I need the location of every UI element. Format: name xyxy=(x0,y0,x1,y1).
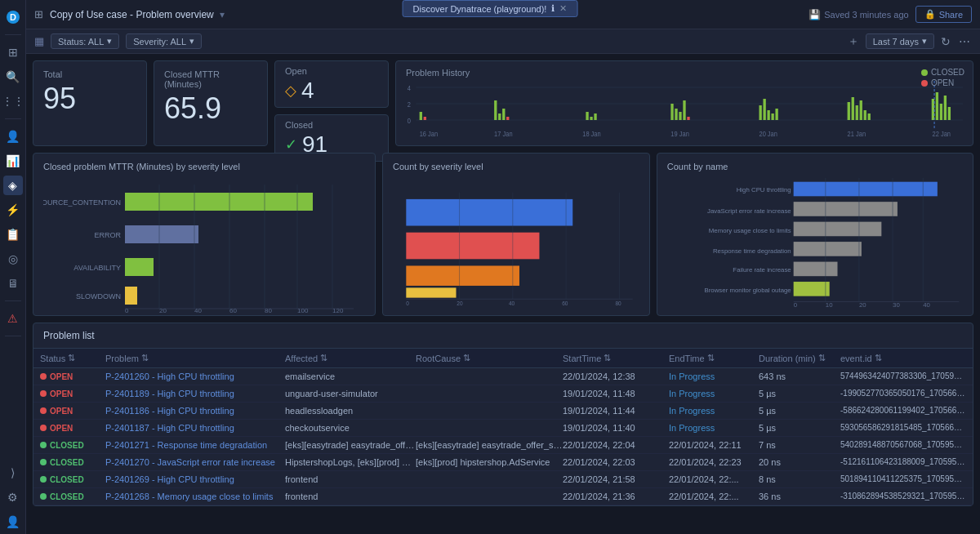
share-button[interactable]: 🔒 Share xyxy=(915,6,972,23)
open-dot-icon xyxy=(40,373,47,380)
open-value-container: ◇ 4 xyxy=(285,79,378,102)
sidebar-icon-topology[interactable]: ◎ xyxy=(3,249,23,269)
cell-problem[interactable]: P-2401187 - High CPU throttling xyxy=(105,423,285,433)
filter-funnel-icon[interactable]: ▦ xyxy=(34,35,44,47)
svg-rect-30 xyxy=(860,100,862,120)
cell-rootcause xyxy=(416,389,563,398)
svg-text:D: D xyxy=(10,12,16,22)
svg-rect-19 xyxy=(679,112,681,120)
svg-text:RESOURCE_CONTENTION: RESOURCE_CONTENTION xyxy=(43,198,121,207)
svg-text:0: 0 xyxy=(408,117,412,125)
col-rootcause[interactable]: RootCause ⇅ xyxy=(416,353,563,363)
cell-rootcause: [eks][prod] hipstershop.AdService xyxy=(416,457,563,467)
closed-label: Closed xyxy=(285,120,378,130)
col-starttime[interactable]: StartTime ⇅ xyxy=(563,353,669,363)
svg-text:Browser monitor global outage: Browser monitor global outage xyxy=(704,287,791,294)
col-eventid[interactable]: event.id ⇅ xyxy=(840,353,966,363)
svg-rect-12 xyxy=(502,109,505,120)
table-row[interactable]: CLOSED P-2401271 - Response time degrada… xyxy=(33,437,973,454)
add-tile-button[interactable]: ＋ xyxy=(846,33,861,51)
svg-rect-26 xyxy=(775,109,777,120)
svg-rect-33 xyxy=(932,99,934,120)
cell-status: OPEN xyxy=(40,406,105,416)
sidebar-icon-logo[interactable]: D xyxy=(3,7,23,27)
table-row[interactable]: OPEN P-2401186 - High CPU throttling hea… xyxy=(33,403,973,420)
sidebar-icon-list[interactable]: 📋 xyxy=(3,225,23,244)
cell-endtime: In Progress xyxy=(669,389,759,398)
cell-problem[interactable]: P-2401260 - High CPU throttling xyxy=(105,372,285,381)
col-affected[interactable]: Affected ⇅ xyxy=(285,353,416,363)
status-filter-button[interactable]: Status: ALL ▾ xyxy=(51,33,119,49)
cell-problem[interactable]: P-2401269 - High CPU throttling xyxy=(105,474,285,484)
sidebar-icon-apps[interactable]: ⋮⋮ xyxy=(3,91,23,111)
cell-duration: 36 ns xyxy=(759,492,840,501)
cell-problem[interactable]: P-2401271 - Response time degradation xyxy=(105,440,285,450)
cell-rootcause xyxy=(416,474,563,484)
status-badge: CLOSED xyxy=(40,475,84,484)
more-options-button[interactable]: ⋯ xyxy=(957,33,972,50)
sidebar-icon-monitor[interactable]: 🖥 xyxy=(3,274,23,293)
table-row[interactable]: OPEN P-2401187 - High CPU throttling che… xyxy=(33,420,973,437)
cell-eventid: 5744963424077383306_1705923480000V2 xyxy=(840,372,966,381)
col-duration[interactable]: Duration (min) ⇅ xyxy=(759,353,840,363)
closed-dot-icon xyxy=(40,493,47,500)
count-name-title: Count by name xyxy=(667,162,963,171)
cell-problem[interactable]: P-2401189 - High CPU throttling xyxy=(105,389,285,398)
topbar-grid-icon[interactable]: ⊞ xyxy=(34,8,43,20)
svg-text:20: 20 xyxy=(159,307,167,314)
cell-problem[interactable]: P-2401186 - High CPU throttling xyxy=(105,406,285,416)
sidebar-icon-person[interactable]: 👤 xyxy=(3,512,23,532)
svg-text:16 Jan: 16 Jan xyxy=(420,130,439,138)
svg-text:19 Jan: 19 Jan xyxy=(670,130,689,138)
closed-mttr-title: Closed problem MTTR (Minutes) by severit… xyxy=(43,162,365,171)
sidebar-icon-expand[interactable]: ⟩ xyxy=(3,463,23,483)
col-status[interactable]: Status ⇅ xyxy=(40,353,105,363)
table-row[interactable]: CLOSED P-2401269 - High CPU throttling f… xyxy=(33,471,973,488)
cell-eventid: 501894110411225375_1705957080000V2 xyxy=(840,474,966,484)
sidebar-icon-user[interactable]: 👤 xyxy=(3,127,23,146)
cell-starttime: 22/01/2024, 22:03 xyxy=(563,457,669,467)
sidebar-icon-search[interactable]: 🔍 xyxy=(3,67,23,87)
svg-rect-25 xyxy=(771,113,773,120)
problem-list-title: Problem list xyxy=(33,323,973,349)
sidebar-icon-active[interactable]: ◈ xyxy=(3,176,23,195)
svg-text:Failure rate increase: Failure rate increase xyxy=(733,266,791,274)
svg-rect-15 xyxy=(590,117,592,120)
sidebar-icon-dashboards[interactable]: ⊞ xyxy=(3,42,23,62)
refresh-button[interactable]: ↻ xyxy=(939,33,952,50)
legend-closed: CLOSED xyxy=(921,68,964,77)
status-filter-label: Status: ALL xyxy=(58,37,104,47)
sidebar-icon-alert[interactable]: ⚠ xyxy=(3,309,23,328)
cell-endtime: 22/01/2024, 22:11 xyxy=(669,440,759,450)
cell-rootcause xyxy=(416,423,563,433)
svg-rect-8 xyxy=(420,112,422,120)
table-row[interactable]: OPEN P-2401189 - High CPU throttling ung… xyxy=(33,385,973,403)
cell-problem[interactable]: P-2401270 - JavaScript error rate increa… xyxy=(105,457,285,467)
col-endtime[interactable]: EndTime ⇅ xyxy=(669,353,759,363)
severity-filter-button[interactable]: Severity: ALL ▾ xyxy=(126,33,202,49)
svg-rect-28 xyxy=(852,97,854,120)
cell-starttime: 19/01/2024, 11:40 xyxy=(563,423,669,433)
time-range-button[interactable]: Last 7 days ▾ xyxy=(866,33,934,49)
cell-affected: emailservice xyxy=(285,372,416,381)
col-problem[interactable]: Problem ⇅ xyxy=(105,353,285,363)
cell-starttime: 19/01/2024, 11:48 xyxy=(563,389,669,398)
svg-text:60: 60 xyxy=(562,300,568,306)
cell-problem[interactable]: P-2401268 - Memory usage close to limits xyxy=(105,492,285,501)
table-row[interactable]: OPEN P-2401260 - High CPU throttling ema… xyxy=(33,368,973,385)
open-label: Open xyxy=(285,66,378,76)
sidebar-icon-bolt[interactable]: ⚡ xyxy=(3,200,23,220)
table-row[interactable]: CLOSED P-2401270 - JavaScript error rate… xyxy=(33,454,973,471)
cell-status: CLOSED xyxy=(40,440,105,450)
svg-rect-71 xyxy=(406,287,456,297)
sidebar-icon-settings[interactable]: ⚙ xyxy=(3,487,23,507)
cell-endtime: In Progress xyxy=(669,423,759,433)
sidebar-icon-charts[interactable]: 📊 xyxy=(3,151,23,171)
cell-affected: frontend xyxy=(285,474,416,484)
time-range-label: Last 7 days xyxy=(873,37,919,47)
notification-close-icon[interactable]: ✕ xyxy=(559,3,567,14)
table-row[interactable]: CLOSED P-2401268 - Memory usage close to… xyxy=(33,488,973,505)
cell-affected: checkoutservice xyxy=(285,423,416,433)
svg-rect-32 xyxy=(868,113,871,120)
svg-text:21 Jan: 21 Jan xyxy=(848,130,866,138)
